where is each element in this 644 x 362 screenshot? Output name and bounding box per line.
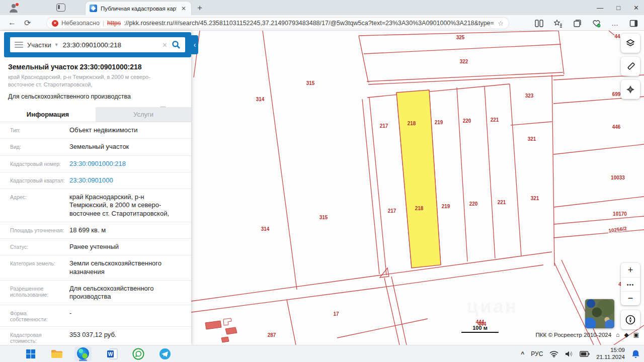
collapse-panel-button[interactable]: ‹ xyxy=(191,35,198,54)
zoom-in-button[interactable]: + xyxy=(621,263,640,277)
notification-bell-icon[interactable] xyxy=(631,349,640,358)
tab-services[interactable]: Услуги xyxy=(96,107,191,122)
folder-icon xyxy=(51,349,63,359)
favorites-icon[interactable] xyxy=(554,19,562,28)
sidebar-panel-icon[interactable] xyxy=(629,19,638,28)
battery-icon[interactable] xyxy=(580,351,590,357)
parcel-title: Земельный участок 23:30:0901000:218 xyxy=(8,63,183,71)
parcel-label-315[interactable]: 315 xyxy=(306,80,315,86)
parcel-label-446[interactable]: 446 xyxy=(612,124,621,130)
tray-expand-icon[interactable]: ^ xyxy=(521,350,524,357)
language-indicator[interactable]: РУС xyxy=(531,350,543,357)
zoom-levels-button[interactable]: ••• xyxy=(621,277,640,291)
back-button[interactable]: ← xyxy=(8,18,16,27)
details-table: Тип:Объект недвижимостиВид:Земельный уча… xyxy=(0,122,191,345)
clock[interactable]: 15:09 21.11.2024 xyxy=(596,347,625,361)
layers-button[interactable] xyxy=(621,34,640,53)
ruler-pencil-icon xyxy=(626,62,635,71)
browser-titlebar: Публичная кадастровая карта ✕ + — □ ✕ xyxy=(0,0,644,15)
collections-icon[interactable] xyxy=(573,19,582,28)
parcel-label-220[interactable]: 220 xyxy=(469,201,478,207)
detail-label: Адрес: xyxy=(10,193,69,218)
cadastral-map[interactable]: 3253224431531432369921721821922022144632… xyxy=(191,31,644,345)
tab-information[interactable]: Информация xyxy=(0,107,96,122)
volume-icon[interactable] xyxy=(565,350,573,357)
settings-menu-icon[interactable]: … xyxy=(611,19,619,27)
parcel-label-17[interactable]: 17 xyxy=(333,311,339,317)
parcel-label-218[interactable]: 218 xyxy=(415,206,424,211)
parcel-label-699[interactable]: 699 xyxy=(612,92,621,97)
new-tab-button[interactable]: + xyxy=(197,3,202,13)
whatsapp-button[interactable] xyxy=(132,347,145,360)
parcel-label-10170[interactable]: 10170 xyxy=(613,211,627,217)
menu-icon[interactable] xyxy=(15,40,23,49)
parcel-labels: 3253224431531432369921721821922022144632… xyxy=(256,34,627,338)
parcel-label-287[interactable]: 287 xyxy=(268,332,276,338)
url-separator: | xyxy=(103,20,104,27)
parcel-label-218[interactable]: 218 xyxy=(408,121,416,126)
detail-row: Вид:Земельный участок xyxy=(0,138,191,155)
parcel-label-10033[interactable]: 10033 xyxy=(611,175,625,180)
wifi-icon[interactable] xyxy=(549,350,558,357)
center-icon[interactable]: ◆ xyxy=(624,331,628,338)
parcel-label-323[interactable]: 323 xyxy=(525,93,534,99)
search-icon[interactable] xyxy=(172,40,181,49)
detail-value: край Краснодарский, р-н Темрюкский, в 20… xyxy=(69,193,191,218)
parcel-label-315[interactable]: 315 xyxy=(319,215,328,220)
selected-parcel-218[interactable] xyxy=(396,90,441,268)
url-bar[interactable]: ✕ Небезопасно | https ://pkk.rosreestr.r… xyxy=(46,17,509,29)
not-secure-label[interactable]: Небезопасно xyxy=(61,20,100,27)
window-close-button[interactable]: ✕ xyxy=(633,4,639,12)
chevron-down-icon[interactable]: ▼ xyxy=(54,42,59,47)
parcel-label-321[interactable]: 321 xyxy=(528,136,536,142)
detail-label: Площадь уточненная: xyxy=(10,226,69,234)
parcel-label-321[interactable]: 321 xyxy=(531,196,539,201)
tray-time: 15:09 xyxy=(596,347,625,354)
word-button[interactable]: W xyxy=(106,347,119,360)
tab-close-icon[interactable]: ✕ xyxy=(180,5,187,12)
window-maximize-button[interactable]: □ xyxy=(616,4,620,12)
bookmark-star-icon[interactable]: ☆ xyxy=(498,20,504,27)
home-icon[interactable]: ⌂ xyxy=(616,331,619,338)
clear-search-icon[interactable]: ✕ xyxy=(162,41,168,49)
refresh-button[interactable]: ⟳ xyxy=(24,18,31,28)
window-minimize-button[interactable]: — xyxy=(597,4,603,12)
telegram-button[interactable] xyxy=(158,347,172,360)
parcel-label-44[interactable]: 44 xyxy=(614,34,620,39)
url-text[interactable]: ://pkk.rosreestr.ru/#/search/45.23581103… xyxy=(124,20,495,27)
measure-button[interactable] xyxy=(621,57,640,76)
edge-browser-button[interactable] xyxy=(74,346,92,361)
parcel-label-221[interactable]: 221 xyxy=(491,117,499,123)
position-button[interactable] xyxy=(621,80,640,99)
parcel-label-217[interactable]: 217 xyxy=(380,123,388,129)
browser-essentials-icon[interactable] xyxy=(592,19,601,28)
detail-value-link[interactable]: 23:30:0901000 xyxy=(69,176,191,185)
parcel-label-314[interactable]: 314 xyxy=(256,97,265,102)
not-secure-icon[interactable]: ✕ xyxy=(52,20,58,27)
fullscreen-icon[interactable]: ▣ xyxy=(633,331,639,338)
geolocation-button[interactable] xyxy=(621,310,640,329)
browser-tab[interactable]: Публичная кадастровая карта ✕ xyxy=(86,2,191,15)
file-explorer-button[interactable] xyxy=(50,347,63,360)
search-input[interactable] xyxy=(63,41,158,49)
whatsapp-icon xyxy=(132,348,144,360)
sidebar-tabs: Информация Услуги xyxy=(0,107,191,122)
parcel-label-217[interactable]: 217 xyxy=(388,208,396,214)
parcel-label-220[interactable]: 220 xyxy=(463,118,471,124)
start-button[interactable] xyxy=(24,347,37,360)
parcel-label-219[interactable]: 219 xyxy=(435,120,443,125)
search-box[interactable]: Участки ▼ ✕ xyxy=(10,37,185,52)
parcel-label-322[interactable]: 322 xyxy=(460,59,468,64)
parcel-label-221[interactable]: 221 xyxy=(498,200,506,205)
tray-date: 21.11.2024 xyxy=(596,354,625,361)
detail-value-link[interactable]: 23:30:0901000:218 xyxy=(69,160,191,168)
search-category[interactable]: Участки xyxy=(27,41,51,49)
profile-avatar-icon[interactable] xyxy=(8,3,19,14)
tab-actions-icon[interactable] xyxy=(56,4,65,12)
zoom-out-button[interactable]: − xyxy=(621,291,640,305)
basemap-thumbnail[interactable] xyxy=(585,299,614,328)
parcel-label-325[interactable]: 325 xyxy=(456,35,465,40)
parcel-label-219[interactable]: 219 xyxy=(442,204,450,209)
split-screen-icon[interactable] xyxy=(535,19,543,28)
parcel-label-314[interactable]: 314 xyxy=(261,226,270,232)
